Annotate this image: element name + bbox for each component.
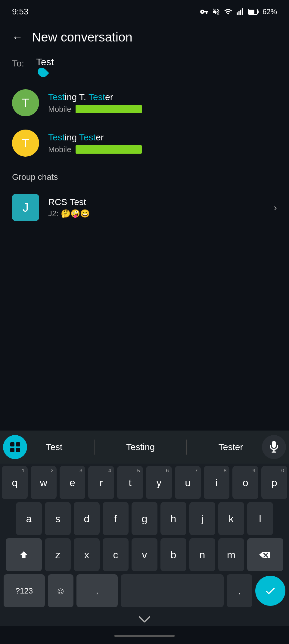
suggestion-test[interactable]: Test	[40, 439, 68, 455]
symbols-key[interactable]: ?123	[4, 574, 45, 607]
contact-name-highlight: Test	[48, 92, 65, 102]
key-f[interactable]: f	[103, 502, 129, 535]
backspace-icon	[259, 550, 271, 559]
contact-name-normal2: er	[105, 92, 113, 102]
mic-button[interactable]	[262, 435, 286, 459]
group-name: RCS Test	[48, 197, 265, 207]
key-r[interactable]: 4r	[88, 466, 114, 499]
svg-rect-1	[238, 11, 240, 15]
key-x[interactable]: x	[74, 538, 100, 571]
contact-name-highlight2: Test	[79, 132, 96, 142]
contact-name: Testing T. Tester	[48, 92, 277, 102]
avatar: T	[12, 130, 39, 157]
key-o[interactable]: 9o	[232, 466, 258, 499]
status-bar: 9:53 62%	[0, 0, 289, 21]
key-i[interactable]: 8i	[204, 466, 230, 499]
contact-info: Testing Tester Mobile	[48, 132, 277, 154]
avatar: J	[12, 194, 39, 221]
key-v[interactable]: v	[132, 538, 157, 571]
contact-name-highlight2: Test	[89, 92, 105, 102]
key-k[interactable]: k	[218, 502, 244, 535]
contact-item[interactable]: T Testing Tester Mobile	[0, 123, 289, 163]
key-j[interactable]: j	[189, 502, 215, 535]
shift-key[interactable]	[6, 538, 42, 571]
key-num: 2	[51, 468, 53, 474]
key-row-2: a s d f g h j k l	[2, 502, 287, 535]
keyboard-rows: 1q 2w 3e 4r 5t 6y 7u 8i 9o 0p a s d f g …	[0, 464, 289, 613]
key-g[interactable]: g	[132, 502, 157, 535]
avatar: T	[12, 89, 39, 116]
chevron-down-icon	[138, 616, 151, 623]
to-field: To: Test	[0, 51, 289, 80]
key-z[interactable]: z	[45, 538, 71, 571]
keyboard-collapse[interactable]	[0, 613, 289, 626]
back-button[interactable]: ←	[12, 31, 23, 44]
contact-name-normal: ing T.	[65, 92, 89, 102]
key-row-3: z x c v b n m	[2, 538, 287, 571]
chevron-right-icon: ›	[274, 202, 277, 213]
period-key[interactable]: .	[227, 574, 252, 607]
key-w[interactable]: 2w	[31, 466, 57, 499]
key-num: 6	[166, 468, 169, 474]
key-t[interactable]: 5t	[117, 466, 143, 499]
contact-item[interactable]: T Testing T. Tester Mobile	[0, 83, 289, 123]
emoji-keyboard-button[interactable]	[3, 435, 27, 459]
header: ← New conversation	[0, 21, 289, 51]
suggestion-testing[interactable]: Testing	[120, 439, 161, 455]
key-s[interactable]: s	[45, 502, 71, 535]
svg-rect-3	[242, 8, 243, 15]
grid-icon	[10, 442, 20, 452]
swipe-bar	[114, 635, 175, 637]
key-p[interactable]: 0p	[261, 466, 287, 499]
backspace-key[interactable]	[247, 538, 283, 571]
enter-key[interactable]	[255, 576, 285, 606]
mute-icon	[212, 8, 220, 16]
to-input-area[interactable]: Test	[36, 57, 277, 80]
battery-icon	[248, 8, 259, 15]
key-num: 9	[253, 468, 255, 474]
svg-rect-6	[249, 10, 254, 14]
swipe-bar-container	[0, 626, 289, 644]
key-y[interactable]: 6y	[146, 466, 172, 499]
contact-name-normal2: er	[96, 132, 104, 142]
svg-rect-0	[237, 12, 238, 15]
key-q[interactable]: 1q	[2, 466, 28, 499]
page-title: New conversation	[32, 30, 132, 44]
key-h[interactable]: h	[160, 502, 186, 535]
shift-icon	[19, 550, 29, 560]
svg-rect-5	[257, 11, 259, 13]
key-m[interactable]: m	[218, 538, 244, 571]
key-c[interactable]: c	[103, 538, 129, 571]
key-num: 8	[224, 468, 226, 474]
key-row-1: 1q 2w 3e 4r 5t 6y 7u 8i 9o 0p	[2, 466, 287, 499]
suggestions-bar: Test Testing Tester	[0, 431, 289, 464]
space-key[interactable]	[121, 574, 224, 607]
key-num: 1	[22, 468, 24, 474]
group-chat-item[interactable]: J RCS Test J2: 🤔🤪😄 ›	[0, 187, 289, 228]
contact-list: T Testing T. Tester Mobile T Testing Tes…	[0, 83, 289, 163]
key-l[interactable]: l	[247, 502, 273, 535]
contact-name: Testing Tester	[48, 132, 277, 143]
key-num: 5	[137, 468, 140, 474]
checkmark-icon	[264, 585, 276, 597]
key-e[interactable]: 3e	[60, 466, 85, 499]
comma-key[interactable]: ,	[76, 574, 118, 607]
key-b[interactable]: b	[160, 538, 186, 571]
signal-icon	[236, 8, 244, 16]
key-num: 4	[108, 468, 111, 474]
to-input-text: Test	[36, 57, 277, 69]
divider	[186, 440, 187, 455]
key-n[interactable]: n	[189, 538, 215, 571]
contact-type: Mobile	[48, 145, 71, 154]
key-d[interactable]: d	[74, 502, 100, 535]
key-num: 0	[281, 468, 284, 474]
section-header-group-chats: Group chats	[0, 163, 289, 187]
key-a[interactable]: a	[16, 502, 42, 535]
contact-name-highlight: Test	[48, 132, 65, 142]
key-num: 7	[195, 468, 197, 474]
emoji-key[interactable]: ☺	[48, 574, 73, 607]
to-label: To:	[12, 57, 30, 69]
key-u[interactable]: 7u	[175, 466, 201, 499]
mic-icon	[269, 440, 279, 454]
suggestion-tester[interactable]: Tester	[213, 439, 249, 455]
